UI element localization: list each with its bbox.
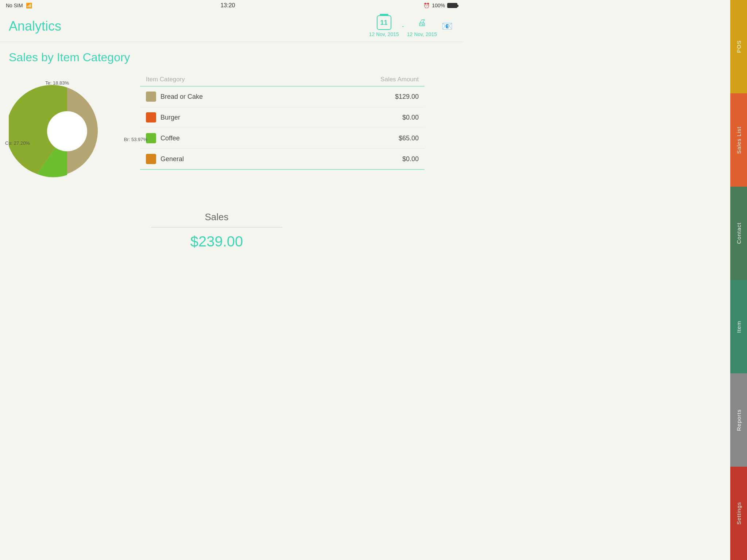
date-separator: - xyxy=(402,23,404,30)
row-name-coffee: Coffee xyxy=(160,135,290,142)
swatch-bread xyxy=(146,92,156,102)
date-to-text: 12 Nov, 2015 xyxy=(407,31,437,37)
donut-hole xyxy=(47,111,87,151)
row-amount-burger: $0.00 xyxy=(290,114,419,121)
table-row: General $0.00 xyxy=(140,149,425,170)
table-row: Bread or Cake $129.00 xyxy=(140,86,425,107)
section-title: Sales by Item Category xyxy=(9,51,425,64)
row-name-general: General xyxy=(160,155,290,163)
row-amount-coffee: $65.00 xyxy=(290,135,419,142)
table-row: Burger $0.00 xyxy=(140,107,425,128)
data-table: Item Category Sales Amount Bread or Cake… xyxy=(140,73,425,170)
chart-section: Te: 18.83% Br: 53.97% Co: 27.20% Item Ca… xyxy=(9,73,425,190)
sales-total-section: Sales $239.00 xyxy=(144,204,290,257)
col-header-amount: Sales Amount xyxy=(282,76,419,83)
calendar-from-icon[interactable]: 11 xyxy=(377,15,391,30)
row-name-burger: Burger xyxy=(160,114,290,121)
status-time: 13:20 xyxy=(220,2,235,9)
page-header: Analytics 11 12 Nov, 2015 - 🖨 12 Nov, 20… xyxy=(0,11,463,42)
chart-label-co: Co: 27.20% xyxy=(5,140,30,146)
sales-label: Sales xyxy=(151,211,282,223)
battery-percent: 100% xyxy=(432,3,445,8)
donut-chart: Te: 18.83% Br: 53.97% Co: 27.20% xyxy=(9,73,125,190)
row-amount-general: $0.00 xyxy=(290,155,419,163)
header-controls: 11 12 Nov, 2015 - 🖨 12 Nov, 2015 📧 xyxy=(369,15,455,37)
row-amount-bread: $129.00 xyxy=(290,93,419,101)
email-icon[interactable]: 📧 xyxy=(440,19,454,34)
sales-amount: $239.00 xyxy=(151,233,282,250)
status-bar: No SIM 📶 13:20 ⏰ 100% xyxy=(0,0,463,11)
table-header: Item Category Sales Amount xyxy=(140,73,425,86)
status-left: No SIM 📶 xyxy=(6,3,32,8)
date-from-text: 12 Nov, 2015 xyxy=(369,31,399,37)
date-from-control[interactable]: 11 12 Nov, 2015 xyxy=(369,15,399,37)
main-content: Sales by Item Category Te: 18.83% Br: 53… xyxy=(0,42,446,266)
date-range: 11 12 Nov, 2015 - 🖨 12 Nov, 2015 📧 xyxy=(369,15,455,37)
date-to-control[interactable]: 🖨 12 Nov, 2015 xyxy=(407,15,437,37)
sales-divider xyxy=(151,227,282,228)
page-title: Analytics xyxy=(9,19,61,34)
swatch-burger xyxy=(146,112,156,122)
swatch-general xyxy=(146,154,156,164)
chart-label-br: Br: 53.97% xyxy=(124,137,147,142)
col-header-category: Item Category xyxy=(146,76,282,83)
swatch-coffee xyxy=(146,133,156,143)
row-name-bread: Bread or Cake xyxy=(160,93,290,101)
status-right: ⏰ 100% xyxy=(423,3,457,8)
battery-icon xyxy=(447,3,457,8)
print-icon[interactable]: 🖨 xyxy=(415,15,429,30)
carrier-text: No SIM xyxy=(6,3,23,8)
wifi-icon: 📶 xyxy=(26,3,32,8)
chart-label-te: Te: 18.83% xyxy=(45,80,69,86)
table-row: Coffee $65.00 xyxy=(140,128,425,149)
alarm-icon: ⏰ xyxy=(423,3,430,8)
